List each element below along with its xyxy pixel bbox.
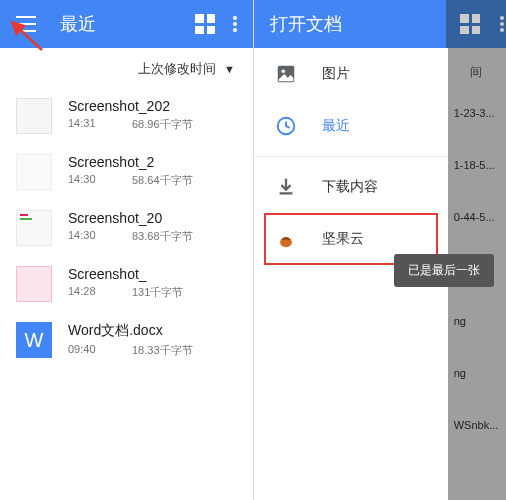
file-row[interactable]: Screenshot_2014:3083.68千字节 (0, 200, 253, 256)
drawer-item-label: 下载内容 (322, 178, 378, 196)
file-thumbnail (16, 154, 52, 190)
chevron-down-icon: ▼ (224, 63, 235, 75)
file-time: 14:31 (68, 117, 132, 132)
drawer-item-images[interactable]: 图片 (254, 48, 448, 100)
file-name: Screenshot_2 (68, 154, 237, 170)
left-toolbar: 最近 (0, 0, 253, 48)
file-row[interactable]: Screenshot_20214:3168.96千字节 (0, 88, 253, 144)
drawer-item-label: 坚果云 (322, 230, 364, 248)
file-name: Screenshot_ (68, 266, 237, 282)
menu-icon[interactable] (16, 16, 36, 32)
drawer-item-label: 最近 (322, 117, 350, 135)
file-size: 68.96千字节 (132, 117, 193, 132)
toast-message: 已是最后一张 (394, 254, 494, 287)
more-icon (500, 15, 504, 33)
right-toolbar: 打开文档 (254, 0, 448, 48)
file-size: 58.64千字节 (132, 173, 193, 188)
file-time: 14:28 (68, 285, 132, 300)
file-time: 14:30 (68, 229, 132, 244)
bg-filename-fragment: 0-44-5... (454, 211, 499, 223)
dimmed-toolbar-icons (446, 0, 506, 48)
file-row[interactable]: Screenshot_214:3058.64千字节 (0, 144, 253, 200)
file-row[interactable]: Screenshot_14:28131千字节 (0, 256, 253, 312)
drawer-item-downloads[interactable]: 下载内容 (254, 161, 448, 213)
bg-filename-fragment: ng (454, 367, 499, 379)
drawer-title: 打开文档 (270, 12, 432, 36)
file-name: Screenshot_202 (68, 98, 237, 114)
file-row[interactable]: WWord文档.docx09:4018.33千字节 (0, 312, 253, 368)
drawer-item-label: 图片 (322, 65, 350, 83)
file-picker-pane: 最近 上次修改时间 ▼ Screenshot_20214:3168.96千字节S… (0, 0, 254, 500)
file-thumbnail (16, 266, 52, 302)
sort-dropdown[interactable]: 上次修改时间 ▼ (0, 48, 253, 88)
drawer-item-recent[interactable]: 最近 (254, 100, 448, 152)
file-name: Screenshot_20 (68, 210, 237, 226)
nutstore-icon (274, 227, 298, 251)
grid-view-icon (460, 14, 480, 34)
file-size: 131千字节 (132, 285, 183, 300)
page-title: 最近 (60, 12, 183, 36)
file-list: Screenshot_20214:3168.96千字节Screenshot_21… (0, 88, 253, 500)
bg-sort-fragment: 间 (470, 64, 482, 81)
more-icon[interactable] (233, 15, 237, 33)
bg-filename-fragment: 1-18-5... (454, 159, 499, 171)
file-time: 14:30 (68, 173, 132, 188)
bg-filename-fragment: 1-23-3... (454, 107, 499, 119)
file-name: Word文档.docx (68, 322, 237, 340)
images-icon (274, 62, 298, 86)
file-thumbnail: W (16, 322, 52, 358)
downloads-icon (274, 175, 298, 199)
svg-point-1 (281, 69, 285, 73)
file-time: 09:40 (68, 343, 132, 358)
sort-label: 上次修改时间 (138, 60, 216, 78)
bg-filename-fragment: ng (454, 315, 499, 327)
drawer-list: 图片最近下载内容坚果云 (254, 48, 448, 265)
file-thumbnail (16, 210, 52, 246)
grid-view-icon[interactable] (195, 14, 215, 34)
bg-filename-fragment: WSnbk... (454, 419, 499, 431)
file-size: 83.68千字节 (132, 229, 193, 244)
file-thumbnail (16, 98, 52, 134)
file-size: 18.33千字节 (132, 343, 193, 358)
recent-icon (274, 114, 298, 138)
open-doc-pane: 间 1-23-3...1-18-5...0-44-5...0-37-5...ng… (254, 0, 506, 500)
